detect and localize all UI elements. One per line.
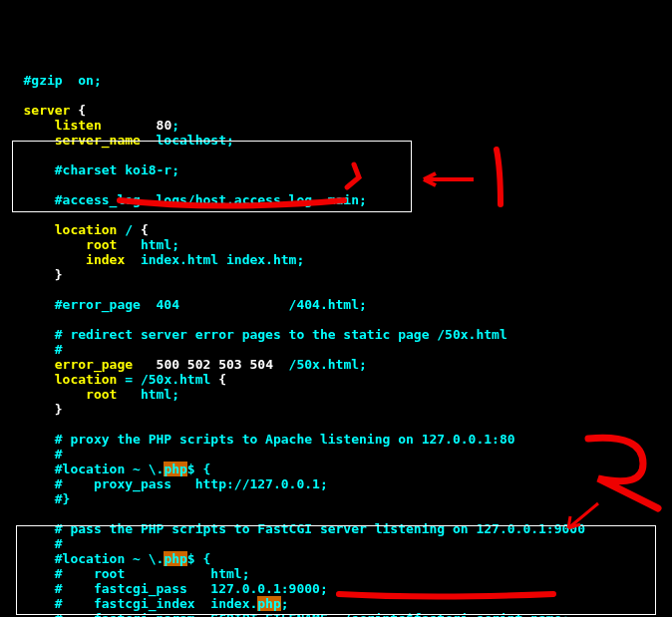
config-code: #gzip on; server { listen 80; server_nam… [0, 73, 672, 617]
